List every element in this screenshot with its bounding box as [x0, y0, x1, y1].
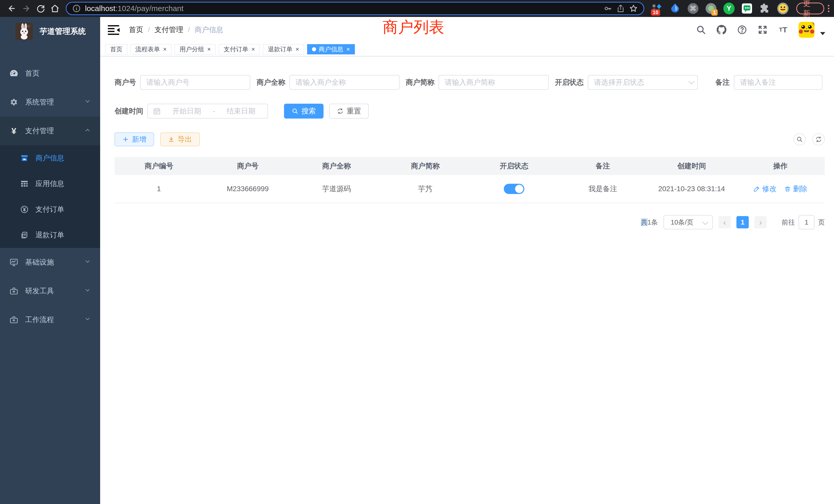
goto-unit-label: 页	[818, 218, 825, 227]
sidebar-item-home[interactable]: 首页	[0, 59, 100, 88]
field-label: 商户号	[114, 77, 136, 87]
extension-y-icon[interactable]: Y	[723, 3, 734, 14]
header-search-icon[interactable]	[696, 25, 706, 35]
sidebar-collapse-icon[interactable]	[108, 25, 120, 35]
dashboard-icon	[9, 69, 19, 78]
tab-close-icon[interactable]: ×	[207, 46, 211, 52]
extension-command-icon[interactable]: ⌘	[687, 3, 699, 14]
status-toggle[interactable]	[504, 184, 524, 194]
form-item-merchant-no: 商户号	[114, 75, 250, 90]
tab-refund-order[interactable]: 退款订单×	[263, 44, 304, 54]
sidebar-item-system[interactable]: 系统管理	[0, 88, 100, 116]
user-avatar[interactable]	[798, 22, 814, 38]
sidebar-item-workflow[interactable]: 工作流程	[0, 305, 100, 334]
extension-kit-icon[interactable]: 10	[652, 3, 663, 14]
extensions-puzzle-icon[interactable]	[759, 3, 771, 14]
sidebar-item-app-info[interactable]: 应用信息	[0, 171, 100, 197]
profile-avatar-icon[interactable]	[777, 3, 789, 14]
browser-reload-icon[interactable]	[34, 1, 48, 16]
table-refresh-icon[interactable]	[812, 133, 825, 145]
browser-back-icon[interactable]	[5, 1, 19, 16]
form-item-merchant-full: 商户全称	[257, 75, 399, 90]
browser-forward-icon[interactable]	[19, 1, 34, 16]
browser-menu-icon[interactable]	[828, 5, 829, 12]
chevron-down-icon	[84, 258, 91, 267]
breadcrumb-payment[interactable]: 支付管理	[155, 25, 183, 35]
github-icon[interactable]	[717, 25, 727, 35]
goto-page-input[interactable]	[798, 215, 814, 229]
documents-icon	[20, 231, 29, 239]
merchant-no-input[interactable]	[140, 75, 250, 90]
extension-chat-icon[interactable]	[741, 3, 753, 14]
status-select-input[interactable]	[588, 75, 698, 90]
extension-recorder-icon[interactable]: 1	[705, 3, 717, 14]
sidebar: 芋道管理系统 首页 系统管理	[0, 17, 100, 504]
tab-process-form[interactable]: 流程表单×	[130, 44, 172, 54]
edit-link[interactable]: 修改	[753, 184, 776, 194]
sidebar-item-merchant-info[interactable]: 商户信息	[0, 145, 100, 171]
browser-extensions: 10 ⌘ 1 Y	[652, 3, 789, 14]
table-search-toggle-icon[interactable]	[793, 133, 806, 145]
font-size-icon[interactable]: TT	[778, 25, 788, 35]
tab-close-icon[interactable]: ×	[295, 46, 299, 52]
date-range-picker[interactable]: 开始日期 - 结束日期	[147, 104, 268, 118]
column-header: 商户全称	[292, 161, 381, 171]
tab-home[interactable]: 首页	[105, 44, 127, 54]
sidebar-item-label: 工作流程	[25, 315, 54, 325]
tab-merchant-info[interactable]: 商户信息×	[307, 44, 355, 54]
page-size-select[interactable]: 10条/页	[663, 215, 713, 229]
breadcrumb-home[interactable]: 首页	[129, 25, 143, 35]
merchant-full-name-input[interactable]	[289, 75, 399, 90]
tab-close-icon[interactable]: ×	[346, 46, 350, 52]
avatar-dropdown-caret-icon[interactable]	[820, 32, 825, 35]
sidebar-item-dev-tools[interactable]: 研发工具	[0, 277, 100, 305]
shop-icon	[20, 154, 29, 162]
tab-close-icon[interactable]: ×	[251, 46, 255, 52]
column-header: 商户号	[203, 161, 292, 171]
extension-badge: 1	[711, 9, 718, 16]
help-icon[interactable]	[737, 25, 747, 35]
sidebar-item-payment[interactable]: ¥ 支付管理	[0, 116, 100, 145]
search-button[interactable]: 搜索	[284, 104, 324, 118]
pagination-goto: 前往 页	[782, 215, 825, 229]
tab-pay-order[interactable]: 支付订单×	[219, 44, 260, 54]
tab-close-icon[interactable]: ×	[163, 46, 167, 52]
table-toolbar: 新增 导出	[114, 132, 825, 146]
extension-drop-icon[interactable]	[670, 3, 681, 14]
address-bar[interactable]: localhost:1024/pay/merchant	[66, 2, 644, 15]
fullscreen-icon[interactable]	[758, 25, 768, 35]
browser-home-icon[interactable]	[48, 1, 62, 16]
merchant-short-name-input[interactable]	[439, 75, 549, 90]
site-info-icon[interactable]	[72, 4, 81, 13]
form-item-create-time: 创建时间 开始日期 - 结束日期	[114, 104, 268, 118]
export-button[interactable]: 导出	[160, 132, 200, 146]
cell-operations: 修改 删除	[736, 184, 825, 194]
sidebar-item-refund-order[interactable]: 退款订单	[0, 222, 100, 248]
remark-input[interactable]	[734, 75, 822, 90]
delete-link[interactable]: 删除	[784, 184, 807, 194]
reset-button[interactable]: 重置	[329, 104, 369, 118]
refresh-icon	[337, 108, 344, 114]
bookmark-star-icon[interactable]	[629, 4, 638, 13]
sidebar-item-label: 支付管理	[25, 126, 54, 136]
sidebar-logo[interactable]: 芋道管理系统	[0, 17, 100, 46]
navbar-tools: TT	[696, 22, 825, 38]
add-button[interactable]: 新增	[114, 132, 154, 146]
status-select[interactable]	[588, 75, 698, 90]
sidebar-item-pay-order[interactable]: 支付订单	[0, 197, 100, 222]
plus-icon	[122, 136, 129, 143]
next-page-button[interactable]: ›	[754, 216, 767, 228]
field-label: 备注	[716, 77, 730, 87]
share-icon[interactable]	[616, 4, 625, 13]
password-key-icon[interactable]	[603, 4, 612, 13]
sidebar-item-infrastructure[interactable]: 基础设施	[0, 248, 100, 277]
prev-page-button[interactable]: ‹	[719, 216, 731, 228]
column-header: 备注	[558, 161, 647, 171]
browser-update-button[interactable]: 更新	[796, 3, 824, 14]
page-number-button[interactable]: 1	[737, 216, 749, 228]
tab-user-group[interactable]: 用户分组×	[175, 44, 216, 54]
column-header: 操作	[736, 161, 825, 171]
table-header-row: 商户编号 商户号 商户全称 商户简称 开启状态 备注 创建时间 操作	[114, 157, 825, 175]
page-content: 商户号 商户全称 商户简称 开启状态	[100, 56, 834, 504]
sidebar-menu: 首页 系统管理 ¥ 支付管理	[0, 59, 100, 334]
